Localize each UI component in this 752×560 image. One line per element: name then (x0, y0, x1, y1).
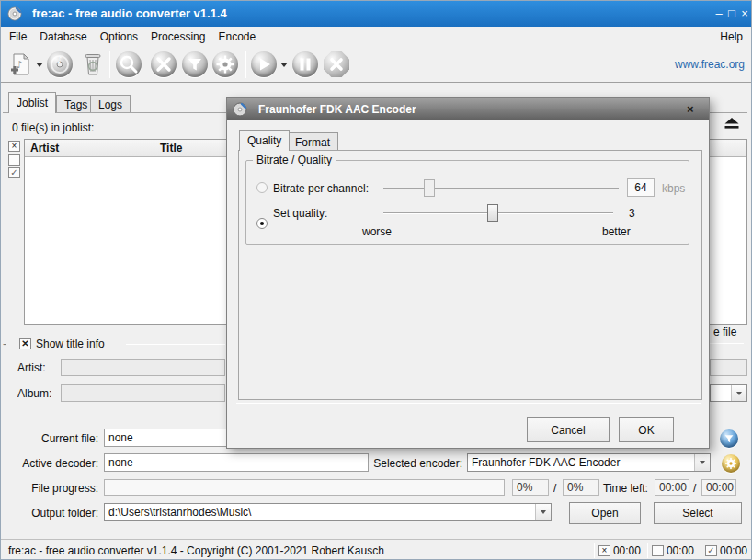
time-checked: 00:00 (613, 544, 641, 557)
pause-button[interactable] (292, 51, 318, 77)
status-separator (647, 543, 648, 558)
title-field-fragment (710, 359, 747, 376)
dialog-tab-quality[interactable]: Quality (239, 130, 290, 151)
start-encoding-dropdown-arrow-icon[interactable] (280, 63, 288, 67)
status-separator (701, 543, 701, 558)
menu-encode[interactable]: Encode (211, 29, 262, 45)
joblist-count: 0 file(s) in joblist: (12, 121, 94, 134)
encoder-settings-button[interactable] (212, 51, 238, 77)
selected-encoder-combo[interactable]: Fraunhofer FDK AAC Encoder (467, 453, 711, 472)
ok-button[interactable]: OK (619, 417, 674, 442)
configure-encoder-button[interactable] (722, 454, 740, 473)
current-file-value: none (108, 431, 133, 444)
time-separator: / (693, 482, 696, 495)
show-title-info-label[interactable]: Show title info (36, 337, 105, 350)
processing-settings-button[interactable] (182, 51, 208, 77)
dialog-close-button[interactable]: × (687, 102, 694, 116)
tab-logs[interactable]: Logs (90, 95, 131, 113)
menu-database[interactable]: Database (33, 29, 93, 45)
column-artist[interactable]: Artist (25, 140, 154, 156)
select-all-checkbox[interactable]: × (8, 141, 20, 152)
processing-chain-button[interactable] (720, 429, 738, 448)
tab-joblist-label: Joblist (17, 97, 48, 109)
better-label: better (602, 225, 631, 238)
menu-options[interactable]: Options (94, 29, 144, 45)
start-encoding-button[interactable] (251, 51, 277, 77)
output-folder-combo[interactable]: d:\Users\tristanrhodes\Music\ (104, 503, 552, 521)
artist-field[interactable] (61, 359, 225, 376)
title-bar: fre:ac - free audio converter v1.1.4 – □… (1, 1, 752, 27)
quality-slider-thumb[interactable] (487, 204, 498, 222)
dialog-tab-baseline (238, 150, 702, 151)
checked-box-icon: × (598, 545, 610, 556)
progress-separator: / (553, 482, 556, 495)
bitrate-radio[interactable] (256, 182, 268, 193)
dropdown-arrow-icon[interactable] (694, 454, 710, 471)
add-audio-cd-button[interactable]: ♪ (47, 51, 73, 77)
cancel-button[interactable]: Cancel (527, 417, 610, 442)
website-link[interactable]: www.freac.org (675, 58, 745, 71)
selected-encoder-value: Fraunhofer FDK AAC Encoder (468, 456, 694, 469)
status-text: fre:ac - free audio converter v1.1.4 - C… (8, 544, 384, 557)
menu-bar: File Database Options Processing Encode … (1, 27, 752, 47)
bitrate-unit: kbps (662, 182, 685, 195)
active-decoder-value: none (108, 456, 133, 469)
album-field[interactable] (61, 384, 225, 402)
maximize-button[interactable]: □ (725, 7, 738, 20)
add-files-dropdown-arrow-icon[interactable] (36, 63, 43, 67)
add-files-button[interactable]: ♪ (7, 51, 33, 77)
quality-label: Set quality: (273, 207, 327, 220)
total-progress-percent: 0% (563, 479, 599, 496)
encode-single-file-label-fragment[interactable]: e file (713, 326, 736, 338)
menu-file[interactable]: File (3, 29, 33, 45)
output-folder-label: Output folder: (1, 507, 98, 520)
collapse-dash: - (3, 337, 6, 350)
status-separator (594, 543, 595, 558)
remove-all-button[interactable] (81, 51, 105, 77)
artist-label: Artist: (17, 361, 46, 374)
menu-processing[interactable]: Processing (144, 29, 211, 45)
menu-help[interactable]: Help (713, 29, 749, 45)
output-folder-value: d:\Users\tristanrhodes\Music\ (105, 506, 535, 519)
toggle-selection-checkbox[interactable]: ✓ (8, 167, 20, 178)
status-bar: fre:ac - free audio converter v1.1.4 - C… (1, 539, 752, 560)
select-none-checkbox[interactable] (8, 154, 20, 166)
eject-button[interactable] (719, 115, 744, 131)
svg-text:♪: ♪ (57, 55, 63, 64)
toolbar: ♪ ♪ (1, 47, 752, 83)
unchecked-box-icon (652, 545, 664, 556)
dialog-tab-quality-label: Quality (247, 134, 281, 147)
bitrate-slider-thumb[interactable] (424, 179, 435, 197)
worse-label: worse (362, 225, 392, 238)
select-button[interactable]: Select (654, 502, 742, 524)
stop-button[interactable] (324, 51, 349, 77)
dialog-tab-format[interactable]: Format (287, 132, 338, 151)
show-title-info-checkbox[interactable]: ✕ (19, 338, 31, 349)
general-settings-button[interactable] (151, 51, 177, 77)
bitrate-slider-track[interactable] (383, 188, 619, 189)
open-button[interactable]: Open (569, 502, 641, 524)
genre-combo-fragment[interactable] (710, 384, 747, 402)
dropdown-arrow-icon[interactable] (535, 504, 551, 520)
app-logo-icon (7, 6, 22, 21)
time-left-file: 00:00 (655, 479, 689, 496)
app-window: fre:ac - free audio converter v1.1.4 – □… (0, 0, 752, 560)
time-left-label: Time left: (603, 482, 648, 495)
toolbar-separator (109, 51, 110, 78)
time-all: 00:00 (720, 544, 747, 557)
tab-joblist[interactable]: Joblist (8, 92, 56, 113)
quality-radio[interactable] (256, 218, 268, 229)
window-title: fre:ac - free audio converter v1.1.4 (32, 6, 227, 20)
bitrate-label: Bitrate per channel: (273, 182, 369, 195)
close-button[interactable]: × (738, 7, 751, 20)
file-progress-percent: 0% (512, 479, 549, 496)
quality-slider-track[interactable] (383, 212, 613, 214)
separator-line (710, 343, 744, 344)
cddb-query-button[interactable] (116, 51, 142, 77)
current-file-label: Current file: (1, 432, 98, 445)
active-decoder-label: Active decoder: (1, 457, 98, 470)
eject-icon (723, 117, 741, 130)
minimize-button[interactable]: – (712, 7, 725, 20)
dropdown-arrow-icon[interactable] (731, 385, 746, 401)
dialog-logo-icon (233, 102, 247, 117)
